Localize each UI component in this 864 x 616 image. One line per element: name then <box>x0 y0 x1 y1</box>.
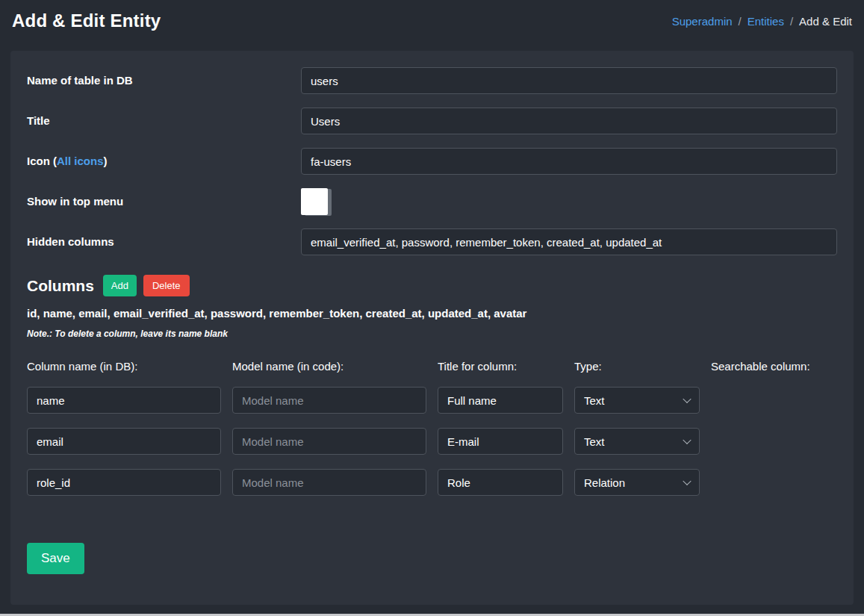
form-row-icon: Icon (All icons) <box>27 148 837 175</box>
delete-column-button[interactable]: Delete <box>143 275 190 296</box>
type-select[interactable]: Text <box>574 428 700 455</box>
form-row-title: Title <box>27 108 837 134</box>
title-input[interactable] <box>301 108 837 134</box>
table-name-input[interactable] <box>301 67 837 94</box>
type-select-wrap: Text <box>574 428 700 455</box>
breadcrumb-link-entities[interactable]: Entities <box>748 15 784 28</box>
type-select-wrap: Text <box>574 387 700 414</box>
model-name-input[interactable] <box>232 469 426 496</box>
columns-heading: Columns <box>27 277 94 295</box>
icon-label-prefix: Icon ( <box>27 155 57 167</box>
model-name-input[interactable] <box>232 428 426 455</box>
add-column-button[interactable]: Add <box>103 275 137 296</box>
icon-label-suffix: ) <box>104 155 108 167</box>
column-name-input[interactable] <box>27 387 221 414</box>
hidden-columns-input[interactable] <box>301 228 837 255</box>
breadcrumb: Superadmin / Entities / Add & Edit <box>672 15 852 28</box>
header-model-name: Model name (in code): <box>232 360 426 373</box>
form-row-hidden-columns: Hidden columns <box>27 228 837 255</box>
breadcrumb-link-superadmin[interactable]: Superadmin <box>672 15 733 28</box>
form-row-table-name: Name of table in DB <box>27 67 837 94</box>
delete-column-note: Note.: To delete a column, leave its nam… <box>27 329 837 339</box>
title-label: Title <box>27 108 301 134</box>
type-select[interactable]: Relation <box>574 469 700 496</box>
show-in-top-menu-checkbox[interactable] <box>301 188 328 215</box>
column-title-input[interactable] <box>438 387 563 414</box>
page-header: Add & Edit Entity Superadmin / Entities … <box>0 0 864 42</box>
hidden-columns-label: Hidden columns <box>27 228 301 255</box>
type-select[interactable]: Text <box>574 387 700 414</box>
header-searchable-column: Searchable column: <box>711 360 837 373</box>
columns-section: Columns Add Delete id, name, email, emai… <box>27 275 837 574</box>
breadcrumb-current: Add & Edit <box>799 15 852 28</box>
header-column-name: Column name (in DB): <box>27 360 221 373</box>
form-row-show-in-top-menu: Show in top menu <box>27 188 837 215</box>
icon-label: Icon (All icons) <box>27 148 301 175</box>
icon-input[interactable] <box>301 148 837 175</box>
all-icons-link[interactable]: All icons <box>57 155 104 167</box>
column-title-input[interactable] <box>438 428 563 455</box>
header-title-for-column: Title for column: <box>438 360 563 373</box>
existing-columns-list: id, name, email, email_verified_at, pass… <box>27 307 837 320</box>
columns-section-header: Columns Add Delete <box>27 275 837 296</box>
save-button[interactable]: Save <box>27 543 84 574</box>
column-name-input[interactable] <box>27 469 221 496</box>
column-title-input[interactable] <box>438 469 563 496</box>
table-name-label: Name of table in DB <box>27 67 301 94</box>
show-in-top-menu-label: Show in top menu <box>27 188 301 215</box>
header-type: Type: <box>574 360 700 373</box>
model-name-input[interactable] <box>232 387 426 414</box>
columns-grid: Column name (in DB): Model name (in code… <box>27 360 837 496</box>
breadcrumb-separator: / <box>790 15 793 28</box>
page-title: Add & Edit Entity <box>12 10 161 31</box>
entity-form-card: Name of table in DB Title Icon (All icon… <box>10 51 854 605</box>
column-name-input[interactable] <box>27 428 221 455</box>
breadcrumb-separator: / <box>739 15 742 28</box>
type-select-wrap: Relation <box>574 469 700 496</box>
